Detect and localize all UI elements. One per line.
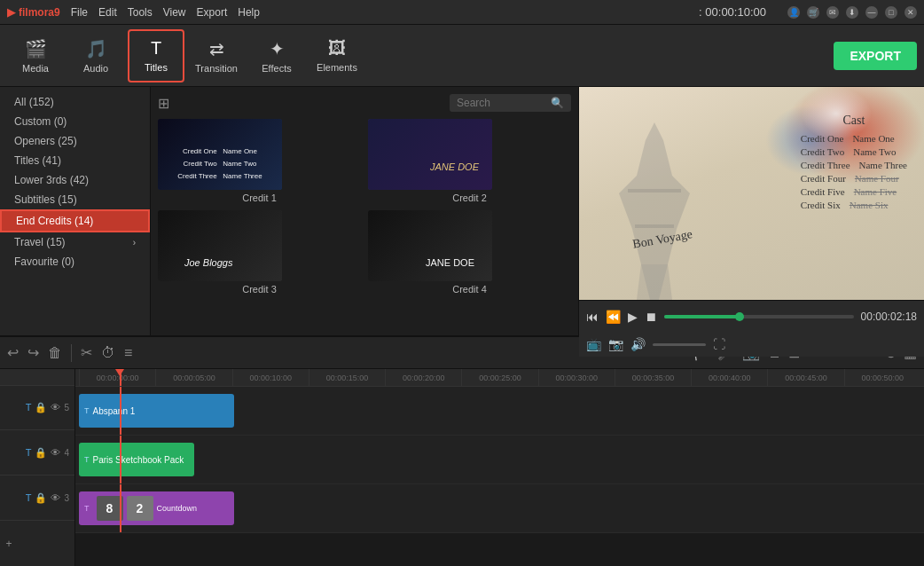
menu-edit[interactable]: Edit [98,6,117,19]
sidebar-item-all[interactable]: All (152) [0,92,150,112]
stop-button[interactable]: ⏹ [645,310,657,324]
effects-button[interactable]: ✦ Effects [248,29,305,83]
sidebar-item-travel[interactable]: Travel (15) › [0,232,150,252]
transition-label: Transition [195,63,238,74]
sidebar-item-favourite[interactable]: Favourite (0) [0,252,150,271]
cut-button[interactable]: ✂ [81,344,92,361]
countdown-thumb-1: 8 [97,496,123,521]
eye-icon-3[interactable]: 👁 [51,492,60,503]
maximize-button[interactable]: □ [885,6,897,19]
grid-view-icon[interactable]: ⊞ [158,95,169,112]
sidebar-item-subtitles[interactable]: Subtitles (15) [0,190,150,209]
ruler-mark-2: 00:00:10:00 [232,369,309,387]
search-input[interactable] [457,97,545,109]
sidebar-item-lower3rds[interactable]: Lower 3rds (42) [0,170,150,190]
credit2-thumbnail[interactable]: JANE DOE [368,119,492,190]
minimize-button[interactable]: — [865,6,878,19]
play-button[interactable]: ▶ [628,310,638,324]
preview-canvas: Bon Voyage Cast Credit One Name One Cred… [579,87,924,300]
credits-row-1: Credit One Name One [801,133,907,144]
menu-view[interactable]: View [163,6,186,19]
transition-button[interactable]: ⇄ Transition [188,29,245,83]
credit4-thumbnail[interactable]: JANE DOE [368,210,492,281]
credit3-thumbnail[interactable]: Joe Bloggs [158,210,282,281]
clip-abspann[interactable]: T Abspann 1 [79,394,234,428]
clip-countdown[interactable]: T 8 2 Countdown [79,491,234,525]
menu-tools[interactable]: Tools [128,6,153,19]
top-bar: ▶ filmora9 File Edit Tools View Export H… [0,0,924,25]
content-header: ⊞ 🔍 [158,94,571,112]
undo-button[interactable]: ↩ [7,344,19,361]
list-item[interactable]: Joe Bloggs Credit 3 [158,210,361,295]
screen-cast-icon[interactable]: 📺 [586,337,601,351]
eye-icon-2[interactable]: 👁 [51,447,60,458]
menu-file[interactable]: File [71,6,88,19]
fullscreen-icon[interactable]: ⛶ [713,337,725,351]
window-controls: 👤 🛒 ✉ ⬇ — □ ✕ [787,6,917,19]
close-button[interactable]: ✕ [904,6,917,19]
settings-button[interactable]: ≡ [124,345,132,361]
export-button[interactable]: EXPORT [834,42,917,70]
ruler-mark-9: 00:00:45:00 [767,369,843,387]
track1-number: 5 [64,403,69,413]
progress-fill [664,315,740,318]
media-button[interactable]: 🎬 Media [7,29,64,83]
clip-paris[interactable]: T Paris Sketchbook Pack [79,443,194,476]
camera-icon[interactable]: 📷 [608,337,623,351]
play-reverse-button[interactable]: ⏪ [606,310,621,324]
mail-icon[interactable]: ✉ [826,6,839,19]
track-label-2: T 🔒 👁 4 [0,430,74,476]
preview-bottom-controls: 📺 📷 🔊 ⛶ [579,332,924,357]
thumbnails-grid: Credit One Name One Credit Two Name Two … [158,119,571,295]
credit1-thumbnail[interactable]: Credit One Name One Credit Two Name Two … [158,119,282,190]
delete-button[interactable]: 🗑 [48,345,62,361]
menu-export[interactable]: Export [197,6,228,19]
lock-icon-2[interactable]: 🔒 [35,447,47,459]
volume-icon[interactable]: 🔊 [630,337,646,351]
lock-icon-3[interactable]: 🔒 [35,492,47,504]
sidebar-item-openers[interactable]: Openers (25) [0,131,150,151]
effects-icon: ✦ [270,38,285,59]
credit1-label: Credit 1 [158,193,361,203]
preview-progress-bar[interactable] [664,315,854,318]
clip-paris-icon: T [84,455,90,464]
audio-button[interactable]: 🎵 Audio [67,29,124,83]
media-icon: 🎬 [25,38,47,59]
search-container: 🔍 [450,94,571,112]
sidebar-item-endcredits[interactable]: End Credits (14) [0,209,150,232]
list-item[interactable]: JANE DOE Credit 2 [368,119,571,203]
list-item[interactable]: JANE DOE Credit 4 [368,210,571,295]
menu-help[interactable]: Help [238,6,260,19]
titles-button[interactable]: T Titles [128,29,184,83]
account-icon[interactable]: 👤 [787,6,800,19]
download-icon[interactable]: ⬇ [846,6,858,19]
preview-panel: Bon Voyage Cast Credit One Name One Cred… [578,87,924,335]
elements-button[interactable]: 🖼 Elements [309,29,365,83]
sidebar-item-titles[interactable]: Titles (41) [0,151,150,170]
redo-button[interactable]: ↪ [27,344,39,361]
lock-icon[interactable]: 🔒 [35,402,47,413]
track-labels: T 🔒 👁 5 T 🔒 👁 4 T 🔒 👁 3 + [0,369,75,566]
sidebar-item-custom[interactable]: Custom (0) [0,112,150,131]
sidebar-item-endcredits-label: End Credits (14) [16,215,93,227]
countdown-thumb-2: 2 [127,496,153,521]
add-track-button[interactable]: + [0,521,18,566]
sidebar-item-custom-label: Custom (0) [14,115,67,128]
cart-icon[interactable]: 🛒 [807,6,819,19]
skip-back-button[interactable]: ⏮ [586,310,599,324]
volume-slider[interactable] [653,343,706,346]
clip-abspann-label: Abspann 1 [93,406,136,416]
ruler-mark-1: 00:00:05:00 [155,369,231,387]
track-label-3: T 🔒 👁 3 [0,476,74,521]
preview-timecode: 00:00:02:18 [861,311,917,323]
credit4-preview-text: JANE DOE [426,257,474,268]
cast-heading: Cast [801,114,907,128]
list-item[interactable]: Credit One Name One Credit Two Name Two … [158,119,361,203]
eye-icon[interactable]: 👁 [51,402,60,413]
ruler-mark-6: 00:00:30:00 [538,369,615,387]
svg-rect-0 [628,189,681,193]
track3-number: 3 [64,493,69,503]
main-area: All (152) Custom (0) Openers (25) Titles… [0,87,924,335]
timer-button[interactable]: ⏱ [101,345,115,361]
playhead-arrow [115,369,124,376]
